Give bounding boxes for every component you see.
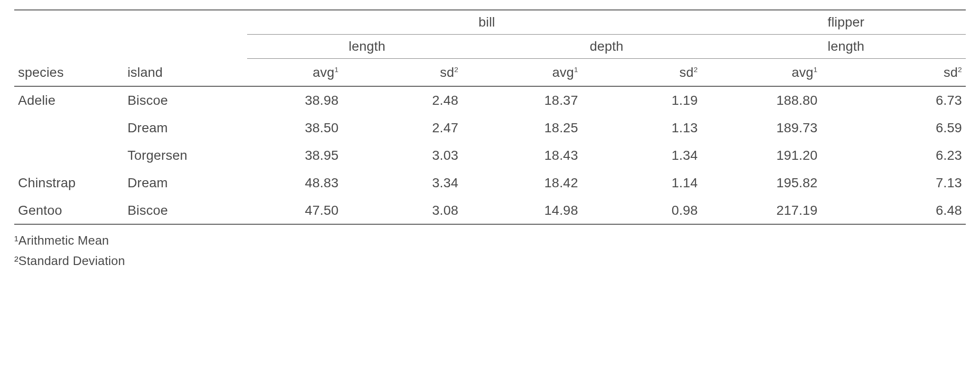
colhead-flipper-length-avg: avg1	[726, 58, 846, 86]
cell-island: Biscoe	[124, 86, 248, 114]
footnote-ref-1: 1	[334, 65, 339, 73]
cell-value: 189.73	[726, 114, 846, 142]
cell-island: Dream	[124, 169, 248, 197]
cell-species: Adelie	[14, 86, 124, 114]
table-row: Dream 38.50 2.47 18.25 1.13 189.73 6.59	[14, 114, 966, 142]
footnote-2: ²Standard Deviation	[14, 251, 966, 271]
table-row: Chinstrap Dream 48.83 3.34 18.42 1.14 19…	[14, 169, 966, 197]
cell-value: 1.34	[607, 142, 726, 169]
footnote-ref-2: 2	[693, 65, 698, 73]
table-row: Torgersen 38.95 3.03 18.43 1.34 191.20 6…	[14, 142, 966, 169]
cell-value: 3.34	[367, 169, 487, 197]
cell-value: 6.23	[846, 142, 966, 169]
spanner-bill-depth: depth	[487, 34, 726, 58]
spanner-bill: bill	[247, 10, 726, 34]
cell-value: 3.08	[367, 197, 487, 225]
cell-species	[14, 114, 124, 142]
spanner-flipper: flipper	[726, 10, 966, 34]
cell-species: Gentoo	[14, 197, 124, 225]
colhead-bill-length-sd: sd2	[367, 58, 487, 86]
cell-value: 38.95	[247, 142, 367, 169]
cell-value: 47.50	[247, 197, 367, 225]
label: sd	[679, 65, 693, 80]
cell-value: 6.48	[846, 197, 966, 225]
cell-value: 18.42	[487, 169, 606, 197]
cell-value: 0.98	[607, 197, 726, 225]
footnote-ref-2: 2	[958, 65, 962, 73]
label: sd	[440, 65, 454, 80]
cell-island: Biscoe	[124, 197, 248, 225]
label: avg	[792, 65, 814, 80]
cell-value: 191.20	[726, 142, 846, 169]
spanner-bill-length: length	[247, 34, 487, 58]
cell-value: 38.98	[247, 86, 367, 114]
colhead-flipper-length-sd: sd2	[846, 58, 966, 86]
stub-blank	[124, 10, 248, 34]
cell-value: 188.80	[726, 86, 846, 114]
cell-value: 18.25	[487, 114, 606, 142]
label: sd	[943, 65, 958, 80]
cell-value: 18.43	[487, 142, 606, 169]
colhead-bill-depth-avg: avg1	[487, 58, 606, 86]
spanner-flipper-length: length	[726, 34, 966, 58]
cell-island: Dream	[124, 114, 248, 142]
cell-value: 195.82	[726, 169, 846, 197]
colhead-bill-depth-sd: sd2	[607, 58, 726, 86]
cell-species	[14, 142, 124, 169]
colhead-bill-length-avg: avg1	[247, 58, 367, 86]
stub-blank	[14, 34, 124, 58]
cell-value: 1.14	[607, 169, 726, 197]
stub-blank	[124, 34, 248, 58]
footnote-ref-2: 2	[454, 65, 459, 73]
label: avg	[313, 65, 334, 80]
cell-value: 217.19	[726, 197, 846, 225]
cell-value: 18.37	[487, 86, 606, 114]
cell-value: 2.47	[367, 114, 487, 142]
label: avg	[552, 65, 574, 80]
cell-value: 14.98	[487, 197, 606, 225]
cell-value: 6.59	[846, 114, 966, 142]
colhead-island: island	[124, 58, 248, 86]
cell-value: 2.48	[367, 86, 487, 114]
table-row: Gentoo Biscoe 47.50 3.08 14.98 0.98 217.…	[14, 197, 966, 225]
cell-value: 48.83	[247, 169, 367, 197]
cell-species: Chinstrap	[14, 169, 124, 197]
footnote-ref-1: 1	[574, 65, 578, 73]
table-row: Adelie Biscoe 38.98 2.48 18.37 1.19 188.…	[14, 86, 966, 114]
cell-island: Torgersen	[124, 142, 248, 169]
footnote-1: ¹Arithmetic Mean	[14, 230, 966, 251]
cell-value: 38.50	[247, 114, 367, 142]
cell-value: 6.73	[846, 86, 966, 114]
summary-table: bill flipper length depth length species…	[14, 9, 966, 225]
cell-value: 1.19	[607, 86, 726, 114]
cell-value: 7.13	[846, 169, 966, 197]
stub-blank	[14, 10, 124, 34]
footnotes: ¹Arithmetic Mean ²Standard Deviation	[14, 225, 966, 271]
colhead-species: species	[14, 58, 124, 86]
cell-value: 1.13	[607, 114, 726, 142]
cell-value: 3.03	[367, 142, 487, 169]
footnote-ref-1: 1	[814, 65, 818, 73]
